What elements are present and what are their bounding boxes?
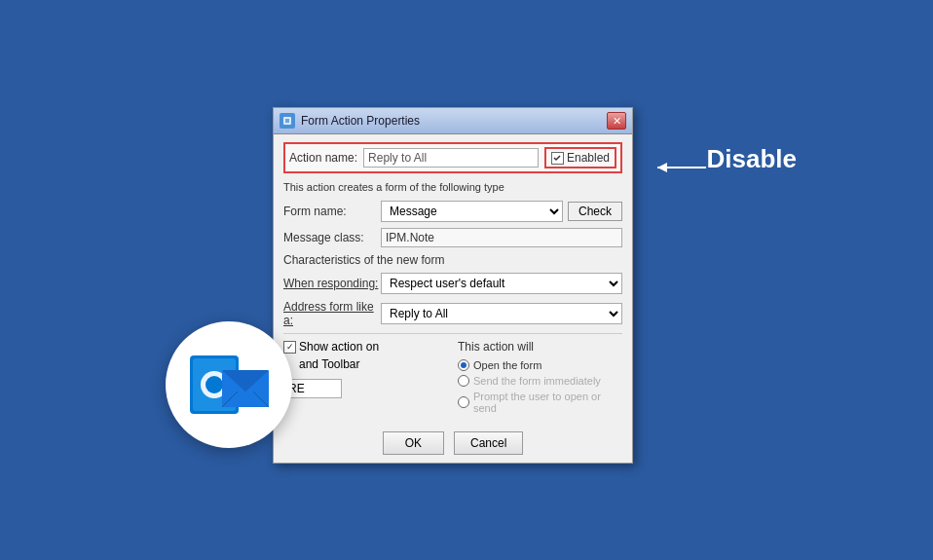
address-form-select-wrapper: Reply to All	[381, 303, 622, 324]
action-name-input[interactable]	[363, 148, 539, 168]
action-name-label: Action name:	[289, 151, 357, 165]
dialog-titlebar: Form Action Properties ✕	[274, 108, 632, 134]
message-class-row: Message class:	[283, 228, 622, 247]
radio-prompt-group: Prompt the user to open or send	[458, 391, 622, 414]
radio-send-group: Send the form immediately	[458, 375, 622, 387]
cancel-button[interactable]: Cancel	[454, 431, 523, 455]
form-name-select[interactable]: Message	[381, 201, 563, 222]
message-class-label: Message class:	[283, 231, 381, 244]
close-button[interactable]: ✕	[607, 112, 626, 130]
form-name-label: Form name:	[283, 205, 381, 218]
when-responding-select[interactable]: Respect user's default	[381, 273, 622, 294]
menu-toolbar-text: and Toolbar	[299, 357, 448, 371]
dialog-content: Action name: Enabled This action creates…	[274, 134, 632, 463]
left-column: Show action on and Toolbar	[283, 340, 448, 418]
prefix-input[interactable]	[283, 379, 342, 398]
enabled-label: Enabled	[567, 151, 610, 165]
svg-point-3	[205, 376, 223, 393]
two-columns-section: Show action on and Toolbar This action w…	[283, 340, 622, 418]
dialog-icon	[280, 113, 295, 129]
dialog-buttons: OK Cancel	[283, 426, 622, 455]
radio-send[interactable]	[458, 375, 469, 387]
show-action-checkbox[interactable]	[283, 341, 296, 354]
enabled-checkbox-group: Enabled	[544, 147, 616, 168]
dialog-title-left: Form Action Properties	[280, 113, 420, 129]
enabled-checkbox[interactable]	[551, 152, 564, 165]
this-action-title: This action will	[458, 340, 622, 354]
disable-arrow	[653, 158, 711, 180]
dialog-title-text: Form Action Properties	[301, 114, 420, 128]
show-action-label: Show action on	[299, 340, 379, 354]
check-button[interactable]: Check	[568, 202, 622, 221]
radio-open-group: Open the form	[458, 359, 622, 371]
divider	[283, 333, 622, 334]
form-action-properties-dialog: Form Action Properties ✕ Action name: En…	[273, 107, 633, 464]
radio-prompt[interactable]	[458, 396, 469, 408]
radio-open[interactable]	[458, 359, 469, 371]
outlook-icon-svg	[185, 351, 273, 419]
when-responding-select-wrapper: Respect user's default	[381, 273, 622, 294]
action-name-row: Action name: Enabled	[283, 142, 622, 173]
message-class-input[interactable]	[381, 228, 622, 247]
svg-marker-6	[657, 163, 667, 172]
address-form-row: Address form like a: Reply to All	[283, 300, 622, 327]
form-name-row: Form name: Message Check	[283, 201, 622, 222]
svg-rect-7	[283, 117, 291, 125]
when-responding-label: When responding:	[283, 277, 381, 290]
characteristics-label: Characteristics of the new form	[283, 253, 622, 267]
right-column: This action will Open the form Send the …	[458, 340, 622, 418]
radio-prompt-label: Prompt the user to open or send	[473, 391, 622, 414]
address-form-select[interactable]: Reply to All	[381, 303, 622, 324]
form-name-select-wrapper: Message	[381, 201, 563, 222]
address-form-label: Address form like a:	[283, 300, 381, 327]
outlook-logo	[166, 321, 292, 448]
ok-button[interactable]: OK	[383, 431, 444, 455]
radio-open-label: Open the form	[473, 359, 541, 371]
radio-send-label: Send the form immediately	[473, 375, 601, 387]
show-action-group: Show action on	[283, 340, 448, 354]
prefix-section	[283, 379, 448, 404]
when-responding-row: When responding: Respect user's default	[283, 273, 622, 294]
description-text: This action creates a form of the follow…	[283, 181, 622, 193]
disable-label: Disable	[707, 144, 798, 174]
